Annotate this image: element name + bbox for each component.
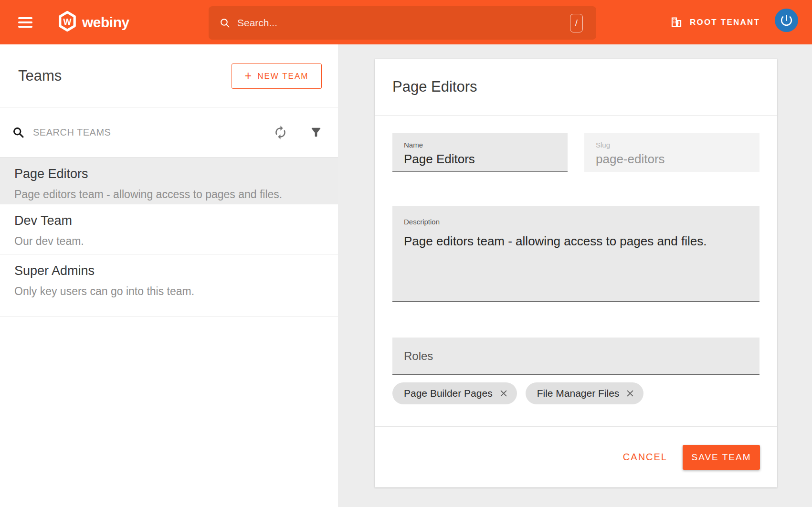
menu-button[interactable] [18, 17, 32, 28]
slug-input [596, 152, 748, 167]
description-input[interactable] [404, 233, 748, 295]
building-icon [670, 16, 683, 29]
name-field-label: Name [404, 140, 556, 149]
top-navigation-bar: W webiny / ROOT TENANT [0, 0, 812, 44]
save-team-button[interactable]: SAVE TEAM [683, 445, 760, 470]
description-field-label: Description [404, 217, 748, 226]
hamburger-icon [18, 17, 32, 19]
filter-icon [309, 126, 323, 139]
teams-panel-header: Teams + NEW TEAM [0, 44, 338, 107]
webiny-logo[interactable]: W webiny [58, 0, 129, 44]
team-description: Our dev team. [14, 234, 324, 248]
roles-field[interactable]: Roles [392, 338, 759, 375]
remove-role-icon[interactable] [625, 389, 635, 398]
svg-text:W: W [63, 17, 71, 27]
power-icon [779, 13, 794, 28]
webiny-wordmark: webiny [82, 14, 129, 31]
roles-field-label: Roles [404, 349, 433, 363]
global-search-input[interactable] [237, 17, 570, 29]
role-chip-file-manager-files[interactable]: File Manager Files [526, 382, 644, 404]
new-team-button-label: NEW TEAM [257, 72, 308, 81]
form-footer: CANCEL SAVE TEAM [375, 426, 777, 487]
filter-button[interactable] [309, 126, 323, 139]
remove-role-icon[interactable] [499, 389, 508, 398]
form-header: Page Editors [375, 59, 777, 116]
refresh-button[interactable] [273, 125, 288, 140]
team-list-item-dev-team[interactable]: Dev Team Our dev team. [0, 204, 338, 254]
role-chip-label: File Manager Files [537, 388, 620, 399]
search-icon [12, 126, 25, 139]
team-description: Page editors team - allowing access to p… [14, 187, 324, 201]
team-list-item-page-editors[interactable]: Page Editors Page editors team - allowin… [0, 158, 338, 204]
role-chip-page-builder-pages[interactable]: Page Builder Pages [392, 382, 517, 404]
team-name: Super Admins [14, 262, 324, 279]
user-avatar[interactable] [775, 9, 798, 32]
webiny-hexagon-icon: W [58, 11, 76, 34]
cancel-button[interactable]: CANCEL [623, 452, 667, 463]
webiny-admin-app: W webiny / ROOT TENANT [0, 0, 812, 507]
team-form-card: Page Editors Name Slug Description [375, 59, 777, 487]
teams-search-input[interactable] [33, 127, 273, 138]
description-field[interactable]: Description [392, 206, 759, 302]
team-details-area: Page Editors Name Slug Description [338, 44, 812, 507]
teams-list-panel: Teams + NEW TEAM [0, 44, 338, 507]
role-chip-label: Page Builder Pages [404, 388, 493, 399]
name-input[interactable] [404, 152, 556, 167]
team-description: Only key users can go into this team. [14, 284, 324, 298]
teams-list: Page Editors Page editors team - allowin… [0, 158, 338, 317]
global-search[interactable]: / [209, 6, 596, 40]
tenant-label: ROOT TENANT [690, 18, 760, 27]
keyboard-shortcut-badge: / [570, 14, 583, 32]
team-name: Dev Team [14, 212, 324, 229]
page-title: Teams [18, 68, 62, 84]
team-list-item-super-admins[interactable]: Super Admins Only key users can go into … [0, 254, 338, 317]
teams-search-bar [0, 107, 338, 158]
slug-field: Slug [584, 133, 759, 172]
form-title: Page Editors [392, 78, 477, 95]
new-team-button[interactable]: + NEW TEAM [232, 63, 322, 89]
team-name: Page Editors [14, 165, 324, 182]
refresh-icon [273, 125, 288, 140]
name-field[interactable]: Name [392, 133, 568, 172]
search-icon [219, 17, 231, 29]
plus-icon: + [245, 69, 252, 83]
slug-field-label: Slug [596, 140, 748, 149]
roles-chips: Page Builder Pages File Manager Files [392, 382, 759, 404]
tenant-selector[interactable]: ROOT TENANT [670, 0, 760, 44]
form-body: Name Slug Description Roles [375, 133, 777, 404]
